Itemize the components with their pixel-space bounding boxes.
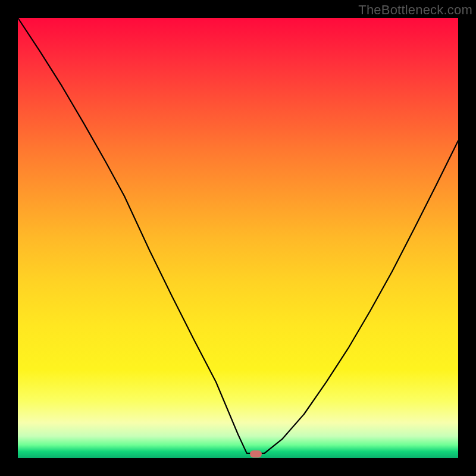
minimum-marker — [250, 450, 262, 458]
bottleneck-curve — [18, 18, 458, 458]
curve-path — [18, 18, 458, 453]
plot-area — [18, 18, 458, 458]
attribution-label: TheBottleneck.com — [358, 2, 472, 18]
chart-frame: TheBottleneck.com — [0, 0, 476, 476]
